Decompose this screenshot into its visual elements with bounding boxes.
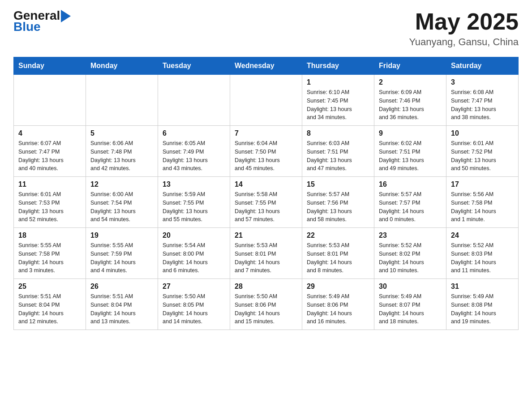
day-info: Sunrise: 5:55 AM Sunset: 7:58 PM Dayligh… (18, 241, 81, 275)
calendar-cell: 31Sunrise: 5:49 AM Sunset: 8:08 PM Dayli… (446, 279, 519, 330)
day-info: Sunrise: 5:56 AM Sunset: 7:58 PM Dayligh… (451, 190, 514, 224)
day-info: Sunrise: 6:09 AM Sunset: 7:46 PM Dayligh… (379, 88, 442, 122)
calendar-cell: 4Sunrise: 6:07 AM Sunset: 7:47 PM Daylig… (14, 126, 86, 177)
day-info: Sunrise: 5:55 AM Sunset: 7:59 PM Dayligh… (90, 241, 153, 275)
day-info: Sunrise: 5:49 AM Sunset: 8:07 PM Dayligh… (379, 292, 442, 326)
calendar-cell: 13Sunrise: 5:59 AM Sunset: 7:55 PM Dayli… (158, 177, 230, 228)
calendar-cell: 7Sunrise: 6:04 AM Sunset: 7:50 PM Daylig… (230, 126, 302, 177)
calendar-table: SundayMondayTuesdayWednesdayThursdayFrid… (13, 57, 519, 330)
weekday-header-friday: Friday (374, 57, 446, 75)
day-number: 23 (379, 231, 442, 240)
day-info: Sunrise: 5:52 AM Sunset: 8:03 PM Dayligh… (451, 241, 514, 275)
day-info: Sunrise: 5:53 AM Sunset: 8:01 PM Dayligh… (307, 241, 369, 275)
calendar-week-1: 1Sunrise: 6:10 AM Sunset: 7:45 PM Daylig… (14, 75, 519, 126)
day-number: 22 (307, 231, 369, 240)
logo-blue-text: Blue (13, 21, 71, 33)
day-number: 6 (163, 129, 225, 137)
day-info: Sunrise: 5:59 AM Sunset: 7:55 PM Dayligh… (163, 190, 225, 224)
calendar-subtitle: Yuanyang, Gansu, China (409, 36, 519, 48)
day-number: 19 (90, 231, 153, 240)
day-number: 16 (379, 180, 442, 188)
day-number: 14 (235, 180, 297, 188)
day-info: Sunrise: 5:51 AM Sunset: 8:04 PM Dayligh… (18, 292, 81, 326)
calendar-cell: 14Sunrise: 5:58 AM Sunset: 7:55 PM Dayli… (230, 177, 302, 228)
calendar-cell: 17Sunrise: 5:56 AM Sunset: 7:58 PM Dayli… (446, 177, 519, 228)
calendar-week-3: 11Sunrise: 6:01 AM Sunset: 7:53 PM Dayli… (14, 177, 519, 228)
calendar-week-4: 18Sunrise: 5:55 AM Sunset: 7:58 PM Dayli… (14, 228, 519, 279)
calendar-cell (86, 75, 158, 126)
day-info: Sunrise: 5:53 AM Sunset: 8:01 PM Dayligh… (235, 241, 297, 275)
day-number: 25 (18, 283, 81, 291)
day-info: Sunrise: 6:06 AM Sunset: 7:48 PM Dayligh… (90, 139, 153, 173)
weekday-header-row: SundayMondayTuesdayWednesdayThursdayFrid… (14, 57, 519, 75)
calendar-cell: 24Sunrise: 5:52 AM Sunset: 8:03 PM Dayli… (446, 228, 519, 279)
calendar-cell: 8Sunrise: 6:03 AM Sunset: 7:51 PM Daylig… (302, 126, 374, 177)
day-info: Sunrise: 6:03 AM Sunset: 7:51 PM Dayligh… (307, 139, 369, 173)
weekday-header-thursday: Thursday (302, 57, 374, 75)
weekday-header-sunday: Sunday (14, 57, 86, 75)
calendar-cell: 16Sunrise: 5:57 AM Sunset: 7:57 PM Dayli… (374, 177, 446, 228)
day-number: 2 (379, 78, 442, 86)
calendar-cell: 29Sunrise: 5:49 AM Sunset: 8:06 PM Dayli… (302, 279, 374, 330)
day-info: Sunrise: 5:54 AM Sunset: 8:00 PM Dayligh… (163, 241, 225, 275)
weekday-header-monday: Monday (86, 57, 158, 75)
day-info: Sunrise: 6:02 AM Sunset: 7:51 PM Dayligh… (379, 139, 442, 173)
calendar-cell: 15Sunrise: 5:57 AM Sunset: 7:56 PM Dayli… (302, 177, 374, 228)
day-info: Sunrise: 5:49 AM Sunset: 8:06 PM Dayligh… (307, 292, 369, 326)
calendar-cell: 22Sunrise: 5:53 AM Sunset: 8:01 PM Dayli… (302, 228, 374, 279)
day-info: Sunrise: 5:52 AM Sunset: 8:02 PM Dayligh… (379, 241, 442, 275)
day-info: Sunrise: 6:01 AM Sunset: 7:52 PM Dayligh… (451, 139, 514, 173)
calendar-cell: 26Sunrise: 5:51 AM Sunset: 8:04 PM Dayli… (86, 279, 158, 330)
day-number: 5 (90, 129, 153, 137)
day-number: 31 (451, 283, 514, 291)
calendar-cell: 28Sunrise: 5:50 AM Sunset: 8:06 PM Dayli… (230, 279, 302, 330)
day-number: 29 (307, 283, 369, 291)
calendar-body: 1Sunrise: 6:10 AM Sunset: 7:45 PM Daylig… (14, 75, 519, 330)
day-number: 20 (163, 231, 225, 240)
calendar-cell: 5Sunrise: 6:06 AM Sunset: 7:48 PM Daylig… (86, 126, 158, 177)
day-number: 8 (307, 129, 369, 137)
calendar-cell: 27Sunrise: 5:50 AM Sunset: 8:05 PM Dayli… (158, 279, 230, 330)
day-info: Sunrise: 5:50 AM Sunset: 8:06 PM Dayligh… (235, 292, 297, 326)
weekday-header-saturday: Saturday (446, 57, 519, 75)
day-info: Sunrise: 5:58 AM Sunset: 7:55 PM Dayligh… (235, 190, 297, 224)
day-number: 10 (451, 129, 514, 137)
day-number: 3 (451, 78, 514, 86)
calendar-cell: 30Sunrise: 5:49 AM Sunset: 8:07 PM Dayli… (374, 279, 446, 330)
day-number: 27 (163, 283, 225, 291)
day-number: 9 (379, 129, 442, 137)
day-number: 15 (307, 180, 369, 188)
day-number: 26 (90, 283, 153, 291)
calendar-cell: 11Sunrise: 6:01 AM Sunset: 7:53 PM Dayli… (14, 177, 86, 228)
day-info: Sunrise: 5:49 AM Sunset: 8:08 PM Dayligh… (451, 292, 514, 326)
calendar-cell (14, 75, 86, 126)
day-info: Sunrise: 6:00 AM Sunset: 7:54 PM Dayligh… (90, 190, 153, 224)
day-number: 12 (90, 180, 153, 188)
calendar-header: SundayMondayTuesdayWednesdayThursdayFrid… (14, 57, 519, 75)
day-number: 18 (18, 231, 81, 240)
calendar-cell: 1Sunrise: 6:10 AM Sunset: 7:45 PM Daylig… (302, 75, 374, 126)
calendar-cell (158, 75, 230, 126)
day-number: 28 (235, 283, 297, 291)
day-number: 21 (235, 231, 297, 240)
day-number: 30 (379, 283, 442, 291)
day-info: Sunrise: 5:50 AM Sunset: 8:05 PM Dayligh… (163, 292, 225, 326)
day-info: Sunrise: 6:04 AM Sunset: 7:50 PM Dayligh… (235, 139, 297, 173)
logo: General Blue (13, 9, 71, 33)
calendar-cell: 21Sunrise: 5:53 AM Sunset: 8:01 PM Dayli… (230, 228, 302, 279)
day-number: 7 (235, 129, 297, 137)
day-info: Sunrise: 6:01 AM Sunset: 7:53 PM Dayligh… (18, 190, 81, 224)
calendar-cell: 25Sunrise: 5:51 AM Sunset: 8:04 PM Dayli… (14, 279, 86, 330)
day-info: Sunrise: 5:57 AM Sunset: 7:56 PM Dayligh… (307, 190, 369, 224)
calendar-cell: 3Sunrise: 6:08 AM Sunset: 7:47 PM Daylig… (446, 75, 519, 126)
calendar-cell: 9Sunrise: 6:02 AM Sunset: 7:51 PM Daylig… (374, 126, 446, 177)
calendar-cell: 20Sunrise: 5:54 AM Sunset: 8:00 PM Dayli… (158, 228, 230, 279)
day-number: 24 (451, 231, 514, 240)
day-number: 17 (451, 180, 514, 188)
day-info: Sunrise: 6:08 AM Sunset: 7:47 PM Dayligh… (451, 88, 514, 122)
calendar-cell: 10Sunrise: 6:01 AM Sunset: 7:52 PM Dayli… (446, 126, 519, 177)
day-info: Sunrise: 5:51 AM Sunset: 8:04 PM Dayligh… (90, 292, 153, 326)
calendar-cell: 18Sunrise: 5:55 AM Sunset: 7:58 PM Dayli… (14, 228, 86, 279)
day-info: Sunrise: 5:57 AM Sunset: 7:57 PM Dayligh… (379, 190, 442, 224)
day-number: 1 (307, 78, 369, 86)
